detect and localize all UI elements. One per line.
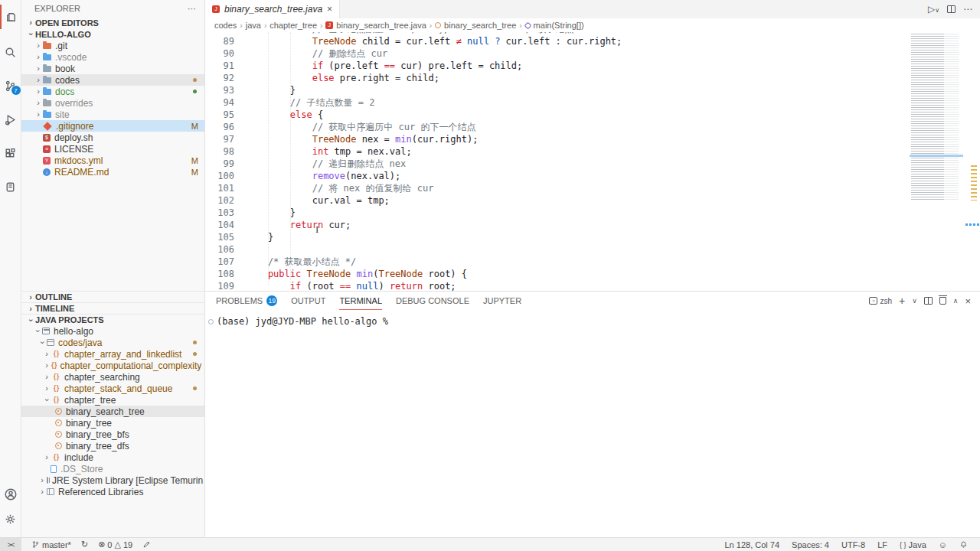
breadcrumb-chapter-tree[interactable]: chapter_tree [270,21,317,30]
code-line[interactable]: } [246,231,622,243]
tree-item-chapter_computational_complexity[interactable]: ›chapter_computational_complexity [21,360,204,371]
code-line[interactable]: } [246,84,622,96]
tab-jupyter[interactable]: JUPYTER [483,292,521,310]
search-icon[interactable] [0,40,21,64]
extensions-icon[interactable] [0,141,21,165]
shell-selector[interactable]: > zsh [869,297,892,305]
java-projects-section-header[interactable]: › JAVA PROJECTS [21,314,204,325]
tab-output[interactable]: OUTPUT [291,292,325,310]
run-button[interactable]: ▷∨ [928,4,939,15]
tree-item-include[interactable]: ›include [21,452,204,463]
tree-item-site[interactable]: ›site [21,109,204,120]
tree-item-Referenced Libraries[interactable]: ›Referenced Libraries [21,486,204,497]
code-line[interactable]: if (pre.left == cur) pre.left = child; [246,60,622,72]
tab-debug-console[interactable]: DEBUG CONSOLE [396,292,469,310]
breadcrumb-java[interactable]: java [246,21,261,30]
code-line[interactable]: } [246,207,622,219]
tree-item-.git[interactable]: ›.git [21,40,204,51]
tree-item-binary_tree_dfs[interactable]: binary_tree_dfs [21,440,204,452]
tree-item-.vscode[interactable]: ›.vscode [21,51,204,63]
source-control-icon[interactable]: 7 [0,73,21,98]
more-actions-icon[interactable]: ⋯ [188,4,197,14]
account-icon[interactable] [0,482,21,507]
tab-problems[interactable]: PROBLEMS 19 [216,292,277,310]
code-line[interactable]: // 将 nex 的值复制给 cur [246,182,622,194]
code-line[interactable]: // 删除结点 cur [246,47,622,60]
code-line[interactable]: // 子结点数量 = 2 [246,96,622,109]
timeline-section-header[interactable]: › TIMELINE [21,302,204,314]
notifications-bell-icon[interactable] [959,540,968,549]
sync-button[interactable]: ↻ [81,540,88,549]
tree-item-.gitignore[interactable]: ›.gitignoreM [21,120,204,132]
tree-item-LICENSE[interactable]: ›≡LICENSE [21,143,204,155]
maximize-panel-icon[interactable]: ∧ [953,297,959,305]
feedback-icon[interactable]: ☺ [939,540,947,549]
code-line[interactable]: return cur; [246,219,622,231]
tree-item-chapter_array_and_linkedlist[interactable]: ›chapter_array_and_linkedlist [21,348,204,360]
open-editors-header[interactable]: › OPEN EDITORS [21,17,204,28]
close-icon[interactable]: × [327,4,332,15]
tree-item-docs[interactable]: ›docs [21,86,204,97]
tree-item-binary_search_tree[interactable]: binary_search_tree [21,406,204,417]
tree-item-JRE System Library [Eclipse Temurin 17 [17....[interactable]: ›JRE System Library [Eclipse Temurin 17 … [21,474,204,486]
tree-item-binary_tree_bfs[interactable]: binary_tree_bfs [21,429,204,440]
code-line[interactable]: // 递归删除结点 nex [246,158,622,170]
encoding-setting[interactable]: UTF-8 [841,540,865,549]
breadcrumb-class[interactable]: binary_search_tree [444,21,516,30]
root-folder-header[interactable]: › HELLO-ALGO [21,28,204,40]
code-line[interactable]: public TreeNode min(TreeNode root) { [246,268,622,280]
problems-indicator[interactable]: ⊗ 0 △ 19 [98,540,132,549]
notebook-icon[interactable] [0,174,21,199]
tab-binary-search-tree[interactable]: J binary_search_tree.java × [205,0,340,18]
eol-setting[interactable]: LF [877,540,887,549]
tree-item-.DS_Store[interactable]: .DS_Store [21,463,204,474]
settings-gear-icon[interactable] [0,507,21,531]
code-line[interactable]: /* 获取最小结点 */ [246,256,622,268]
more-actions-icon[interactable]: ⋯ [963,4,972,15]
terminal-dropdown-icon[interactable]: ∨ [912,297,917,305]
new-terminal-button[interactable]: + [899,295,905,307]
terminal-content[interactable]: (base) jyd@JYD-MBP hello-algo % [205,310,980,327]
tree-item-binary_tree[interactable]: binary_tree [21,417,204,429]
tree-item-overrides[interactable]: ›overrides [21,97,204,109]
remote-indicator[interactable]: >< [0,538,21,551]
tab-terminal[interactable]: TERMINAL [339,292,382,310]
code-line[interactable]: remove(nex.val); [246,170,622,182]
breadcrumb-method[interactable]: main(String[]) [534,21,584,30]
tree-item-chapter_searching[interactable]: ›chapter_searching [21,371,204,383]
branch-indicator[interactable]: master* [31,540,71,549]
code-line[interactable]: if (root == null) return root; [246,280,622,291]
breadcrumb-codes[interactable]: codes [214,21,237,30]
code-line[interactable]: else { [246,109,622,121]
tree-item-mkdocs.yml[interactable]: ›Ymkdocs.ymlM [21,155,204,166]
explorer-icon[interactable] [0,5,21,29]
tree-item-book[interactable]: ›book [21,63,204,74]
code-editor[interactable]: 8889909192939495969798991001011021031041… [205,32,980,291]
tree-item-codes/java[interactable]: ›codes/java [21,337,204,348]
code-line[interactable]: cur.val = tmp; [246,194,622,207]
code-line[interactable]: else pre.right = child; [246,72,622,84]
tree-item-README.md[interactable]: ›↓README.mdM [21,166,204,178]
breadcrumb-file[interactable]: binary_search_tree.java [336,21,426,30]
outline-section-header[interactable]: › OUTLINE [21,291,204,302]
code-line[interactable]: TreeNode child = cur.left ≠ null ? cur.l… [246,35,622,47]
code-line[interactable]: // 获取中序遍历中 cur 的下一个结点 [246,121,622,133]
cursor-position[interactable]: Ln 128, Col 74 [725,540,780,549]
tree-item-hello-algo[interactable]: ›hello-algo [21,325,204,337]
run-debug-icon[interactable] [0,107,21,132]
code-line[interactable]: TreeNode nex = min(cur.right); [246,133,622,145]
java-launch-icon[interactable] [142,540,151,549]
tree-item-deploy.sh[interactable]: ›$deploy.sh [21,132,204,143]
code-line[interactable] [246,243,622,256]
kill-terminal-icon[interactable] [939,297,946,305]
indentation-setting[interactable]: Spaces: 4 [792,540,829,549]
split-editor-icon[interactable] [947,5,956,13]
close-panel-icon[interactable]: × [965,295,971,307]
tree-item-chapter_tree[interactable]: ›chapter_tree [21,394,204,406]
split-terminal-icon[interactable] [924,297,933,305]
code-line[interactable]: int tmp = nex.val; [246,145,622,158]
tree-item-codes[interactable]: ›codes [21,74,204,86]
language-mode[interactable]: { } Java [900,540,926,549]
tree-item-chapter_stack_and_queue[interactable]: ›chapter_stack_and_queue [21,383,204,394]
minimap[interactable] [911,24,959,201]
